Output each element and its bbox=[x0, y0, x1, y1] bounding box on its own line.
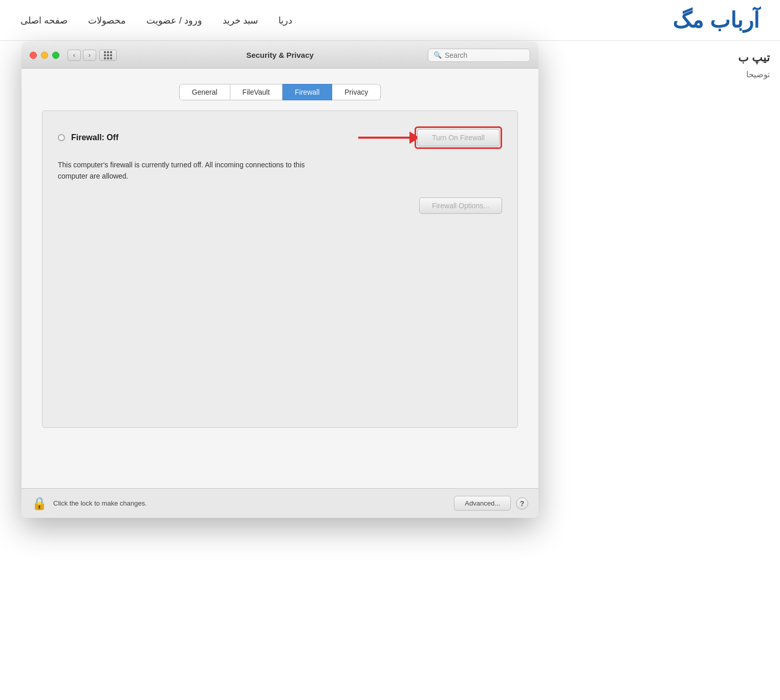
nav-item-login[interactable]: ورود / عضویت bbox=[146, 15, 202, 26]
nav-buttons: ‹ › bbox=[68, 50, 96, 61]
search-input[interactable] bbox=[445, 51, 525, 59]
advanced-button[interactable]: Advanced... bbox=[454, 496, 511, 511]
maximize-button[interactable] bbox=[52, 52, 59, 59]
firewall-status-row: Firewall: Off Turn On Firewall bbox=[58, 126, 502, 149]
bottom-bar: 🔒 Click the lock to make changes. Advanc… bbox=[21, 488, 538, 518]
search-box[interactable]: 🔍 bbox=[428, 49, 530, 62]
help-button[interactable]: ? bbox=[516, 497, 528, 510]
window-title: Security & Privacy bbox=[246, 51, 314, 59]
close-button[interactable] bbox=[30, 52, 37, 59]
grid-view-button[interactable] bbox=[99, 50, 117, 61]
mac-window: ‹ › Security & Privacy 🔍 General FileVau… bbox=[21, 42, 538, 518]
firewall-description: This computer's firewall is currently tu… bbox=[58, 159, 334, 182]
sidebar-subtitle: توضیحا bbox=[698, 70, 770, 79]
main-panel: Firewall: Off Turn On Firewall This comp… bbox=[42, 111, 518, 428]
status-radio bbox=[58, 134, 65, 141]
tabs-container: General FileVault Firewall Privacy bbox=[42, 84, 518, 100]
firewall-status-label: Firewall: Off bbox=[71, 133, 118, 142]
website-sidebar: تیپ ب توضیحا bbox=[688, 41, 780, 90]
red-arrow bbox=[358, 127, 420, 148]
tab-general[interactable]: General bbox=[179, 84, 230, 100]
search-icon: 🔍 bbox=[434, 51, 442, 59]
arrow-container: Turn On Firewall bbox=[118, 126, 502, 149]
traffic-lights bbox=[30, 52, 59, 59]
website-nav: دریا سبد خرید ورود / عضویت محصولات صفحه … bbox=[20, 15, 292, 26]
nav-item-cart[interactable]: سبد خرید bbox=[223, 15, 258, 26]
nav-item-درياء[interactable]: دریا bbox=[278, 15, 292, 26]
lock-icon[interactable]: 🔒 bbox=[32, 496, 47, 511]
nav-item-products[interactable]: محصولات bbox=[88, 15, 126, 26]
firewall-options-row: Firewall Options... bbox=[58, 198, 502, 214]
website-logo: آرباب مگ bbox=[673, 8, 760, 33]
lock-text: Click the lock to make changes. bbox=[53, 499, 147, 507]
firewall-options-button[interactable]: Firewall Options... bbox=[419, 198, 502, 214]
tab-privacy[interactable]: Privacy bbox=[332, 84, 381, 100]
minimize-button[interactable] bbox=[41, 52, 48, 59]
nav-item-home[interactable]: صفحه اصلی bbox=[20, 15, 68, 26]
website-header: دریا سبد خرید ورود / عضویت محصولات صفحه … bbox=[0, 0, 780, 41]
content-area: General FileVault Firewall Privacy Firew… bbox=[21, 69, 538, 488]
tab-filevault[interactable]: FileVault bbox=[230, 84, 283, 100]
sidebar-title: تیپ ب bbox=[698, 51, 770, 64]
title-bar: ‹ › Security & Privacy 🔍 bbox=[21, 42, 538, 69]
bottom-right-buttons: Advanced... ? bbox=[454, 496, 528, 511]
firewall-status-left: Firewall: Off bbox=[58, 133, 118, 142]
forward-button[interactable]: › bbox=[83, 50, 96, 61]
grid-dots-icon bbox=[104, 51, 112, 59]
lock-section: 🔒 Click the lock to make changes. bbox=[32, 496, 147, 511]
tab-firewall[interactable]: Firewall bbox=[283, 84, 332, 100]
turn-on-firewall-button[interactable]: Turn On Firewall bbox=[417, 129, 500, 146]
back-button[interactable]: ‹ bbox=[68, 50, 81, 61]
arrow-line bbox=[358, 137, 409, 139]
turn-on-button-highlight: Turn On Firewall bbox=[415, 126, 502, 149]
